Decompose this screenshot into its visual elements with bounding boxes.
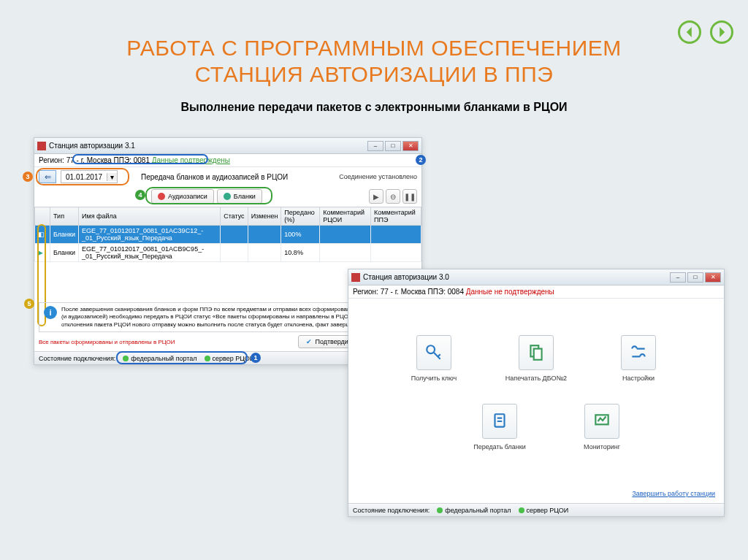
maximize-button[interactable]: □ — [687, 272, 703, 283]
tile-label: Передать бланки — [467, 443, 533, 450]
blanks-filter-button[interactable]: Бланки — [217, 189, 262, 204]
tile-get-key[interactable]: Получить ключ — [401, 335, 467, 382]
app-icon — [37, 142, 46, 150]
window-title: Станция авторизации 3.0 — [363, 273, 449, 281]
tile-label: Мониторинг — [569, 443, 635, 450]
region-text: Регион: 77 - г. Москва ППЭ: 0084 — [353, 288, 466, 296]
status-srv: сервер РЦОИ — [519, 507, 569, 514]
tile-print[interactable]: Напечатать ДБО№2 — [503, 335, 569, 382]
status-srv: сервер РЦОИ — [205, 355, 255, 362]
col-c2: Комментарий ППЭ — [371, 207, 421, 226]
region-text: Регион: 77 - г. Москва ППЭ: 0081 — [39, 156, 152, 164]
status-fed: федеральный портал — [123, 355, 196, 362]
row-icon: ◧ — [38, 231, 47, 238]
print-icon — [519, 335, 554, 370]
audio-icon — [158, 193, 165, 200]
minimize-button[interactable]: – — [367, 141, 383, 151]
svg-rect-2 — [534, 349, 542, 360]
col-status: Статус — [221, 207, 248, 226]
check-icon: ✔ — [306, 338, 312, 345]
status-dot-icon — [123, 356, 129, 361]
section-title: Передача бланков и аудиозаписей в РЦОИ — [141, 173, 288, 181]
col-type: Тип — [50, 207, 79, 226]
blanks-label: Бланки — [234, 193, 256, 200]
cell-file: EGE_77_01012017_0081_01AC39C12_-_01_Русс… — [79, 226, 221, 244]
col-changed: Изменен — [248, 207, 281, 226]
status-dot-icon — [205, 356, 210, 361]
settings-icon — [621, 335, 656, 370]
window-title: Станция авторизации 3.1 — [49, 142, 135, 150]
next-slide-button[interactable] — [710, 20, 733, 44]
region-bar: Регион: 77 - г. Москва ППЭ: 0081 Данные … — [34, 154, 421, 167]
marker-2: 2 — [416, 155, 426, 165]
col-file: Имя файла — [79, 207, 221, 226]
slide-subtitle: Выполнение передачи пакетов с электронны… — [0, 101, 748, 114]
minimize-button[interactable]: – — [670, 272, 686, 283]
slide-title: РАБОТА С ПРОГРАММНЫМ ОБЕСПЕЧЕНИЕМ СТАНЦИ… — [0, 0, 748, 88]
close-button[interactable]: ✕ — [402, 141, 419, 151]
col-c1: Комментарий РЦОИ — [320, 207, 371, 226]
tile-label: Настройки — [606, 375, 671, 382]
cell-type: Бланки — [50, 244, 79, 262]
marker-5: 5 — [24, 299, 34, 309]
region-status: Данные не подтверждены — [466, 288, 554, 296]
cell-file: EGE_77_01012017_0081_01ACB9C95_-_01_Русс… — [79, 244, 221, 262]
marker-3: 3 — [23, 172, 33, 182]
nav-arrows — [678, 20, 733, 44]
pause-button[interactable]: ❚❚ — [402, 189, 417, 204]
status-label: Состояние подключения: — [39, 355, 115, 362]
maximize-button[interactable]: □ — [385, 141, 401, 151]
files-table: Тип Имя файла Статус Изменен Передано (%… — [34, 207, 421, 262]
cell-pct: 10.8% — [281, 244, 320, 262]
slide-title-line1: РАБОТА С ПРОГРАММНЫМ ОБЕСПЕЧЕНИЕМ — [126, 36, 621, 60]
region-bar: Регион: 77 - г. Москва ППЭ: 0084 Данные … — [348, 285, 724, 299]
titlebar: Станция авторизации 3.0 – □ ✕ — [348, 269, 724, 285]
status-dot-icon — [437, 507, 443, 513]
connection-status: Соединение установлено — [339, 173, 417, 180]
svg-rect-3 — [495, 414, 505, 426]
status-fed: федеральный портал — [437, 507, 511, 514]
cell-type: Бланки — [50, 226, 79, 244]
remove-button[interactable]: ⊖ — [386, 189, 400, 204]
transfer-icon — [482, 404, 517, 439]
date-value: 01.01.2017 — [61, 173, 107, 181]
toolbar: ⇐ 01.01.2017 ▾ Передача бланков и аудиоз… — [34, 167, 421, 186]
cell-pct: 100% — [281, 226, 320, 244]
blanks-icon — [224, 193, 231, 200]
region-status: Данные подтверждены — [152, 156, 230, 164]
audio-filter-button[interactable]: Аудиозаписи — [151, 189, 214, 204]
back-button[interactable]: ⇐ — [39, 170, 56, 183]
date-dropdown-icon[interactable]: ▾ — [107, 173, 117, 181]
slide-title-line2: СТАНЦИЯ АВТОРИЗАЦИИ В ППЭ — [195, 62, 554, 86]
action-status-text: Все пакеты сформированы и отправлены в Р… — [39, 339, 175, 345]
titlebar: Станция авторизации 3.1 – □ ✕ — [34, 138, 421, 154]
status-dot-icon — [519, 507, 524, 513]
monitoring-icon — [584, 404, 619, 439]
marker-4: 4 — [135, 190, 145, 200]
app-icon — [351, 273, 360, 282]
key-icon — [416, 335, 451, 370]
tile-settings[interactable]: Настройки — [606, 335, 671, 382]
table-row[interactable]: ◧ Бланки EGE_77_01012017_0081_01AC39C12_… — [35, 226, 421, 244]
close-button[interactable]: ✕ — [705, 272, 721, 283]
info-icon: i — [44, 306, 57, 319]
tile-monitoring[interactable]: Мониторинг — [569, 404, 635, 450]
end-work-link[interactable]: Завершить работу станции — [632, 490, 715, 497]
svg-point-0 — [427, 345, 435, 353]
play-button[interactable]: ▶ — [369, 189, 383, 204]
col-pct: Передано (%) — [281, 207, 320, 226]
tile-transfer[interactable]: Передать бланки — [467, 404, 533, 450]
play-icon: ▶ — [38, 249, 47, 256]
tile-label: Получить ключ — [401, 375, 467, 382]
status-label: Состояние подключения: — [353, 507, 430, 514]
table-row[interactable]: ▶ Бланки EGE_77_01012017_0081_01ACB9C95_… — [35, 244, 421, 262]
marker-1: 1 — [251, 353, 261, 363]
main-body: Получить ключ Напечатать ДБО№2 Настройки… — [348, 299, 724, 503]
filter-row: Аудиозаписи Бланки ▶ ⊖ ❚❚ 4 — [34, 186, 421, 207]
date-selector[interactable]: 01.01.2017 ▾ — [61, 170, 118, 183]
prev-slide-button[interactable] — [678, 20, 701, 44]
tile-label: Напечатать ДБО№2 — [503, 375, 569, 382]
audio-label: Аудиозаписи — [168, 193, 207, 200]
window-main: Станция авторизации 3.0 – □ ✕ Регион: 77… — [348, 269, 725, 517]
status-bar: Состояние подключения: федеральный порта… — [348, 503, 724, 516]
